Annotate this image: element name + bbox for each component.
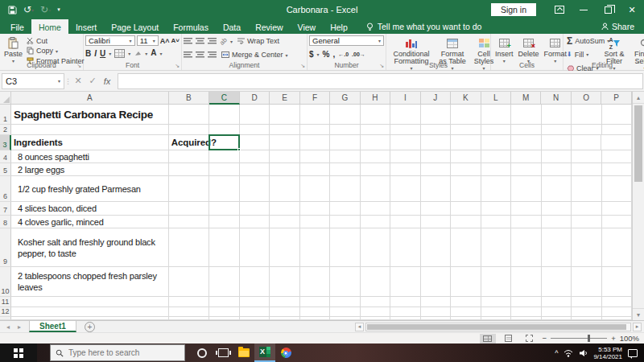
cell-E5[interactable] — [270, 163, 299, 176]
cell-E1[interactable] — [270, 105, 299, 125]
cell-N1[interactable] — [542, 105, 572, 125]
sign-in-button[interactable]: Sign in — [491, 3, 536, 16]
column-header-D[interactable]: D — [240, 92, 270, 105]
cell-K12[interactable] — [451, 307, 481, 317]
align-center-icon[interactable] — [196, 51, 204, 58]
cell-P4[interactable] — [602, 150, 632, 163]
page-break-view-button[interactable] — [522, 334, 538, 343]
cell-M8[interactable] — [511, 216, 541, 228]
underline-button[interactable]: U — [100, 49, 105, 58]
cell-D7[interactable] — [240, 202, 270, 216]
cell-N5[interactable] — [542, 163, 572, 176]
cell-C11[interactable] — [209, 297, 240, 307]
cell-P12[interactable] — [602, 307, 632, 317]
cell-N12[interactable] — [542, 307, 572, 317]
column-header-N[interactable]: N — [541, 92, 571, 105]
cell-J6[interactable] — [421, 176, 451, 202]
cell-G7[interactable] — [330, 202, 360, 216]
close-button[interactable]: ✕ — [620, 0, 644, 19]
zoom-in-icon[interactable]: + — [611, 334, 616, 343]
cell-J9[interactable] — [421, 228, 451, 267]
cell-G2[interactable] — [330, 125, 360, 135]
row-header-8[interactable]: 8 — [0, 216, 11, 228]
cell-P5[interactable] — [602, 163, 632, 176]
cell-J3[interactable] — [421, 135, 451, 150]
cell-K3[interactable] — [451, 135, 481, 150]
row-header-12[interactable]: 12 — [0, 307, 11, 317]
cell-G1[interactable] — [330, 105, 360, 125]
cell-C4[interactable] — [209, 150, 240, 163]
cell-L11[interactable] — [481, 297, 511, 307]
cell-C9[interactable] — [209, 228, 240, 267]
row-header-9[interactable]: 9 — [0, 228, 11, 267]
cell-G9[interactable] — [330, 228, 360, 267]
cell-E9[interactable] — [270, 228, 299, 267]
column-header-I[interactable]: I — [390, 92, 420, 105]
column-header-E[interactable]: E — [270, 92, 299, 105]
cell-N11[interactable] — [542, 297, 572, 307]
column-header-G[interactable]: G — [330, 92, 360, 105]
cell-M6[interactable] — [511, 176, 541, 202]
cell-C1[interactable] — [209, 105, 240, 125]
cell-F1[interactable] — [300, 105, 330, 125]
cell-I11[interactable] — [390, 297, 420, 307]
font-color-icon[interactable]: A — [151, 49, 156, 57]
tab-help[interactable]: Help — [323, 19, 355, 34]
search-input[interactable] — [68, 348, 173, 357]
italic-button[interactable]: I — [94, 49, 97, 58]
percent-format-icon[interactable]: % — [323, 50, 330, 59]
cell-K2[interactable] — [451, 125, 481, 135]
cell-F6[interactable] — [300, 176, 330, 202]
row-header-2[interactable]: 2 — [0, 125, 11, 135]
share-button[interactable]: Share — [601, 19, 644, 34]
wrap-text-button[interactable]: Wrap Text — [236, 37, 281, 46]
cell-K10[interactable] — [451, 267, 481, 297]
tab-data[interactable]: Data — [216, 19, 248, 34]
cell-N7[interactable] — [542, 202, 572, 216]
cell-K11[interactable] — [451, 297, 481, 307]
fill-color-icon[interactable] — [134, 51, 142, 56]
cell-O10[interactable] — [572, 267, 601, 297]
cell-L8[interactable] — [481, 216, 511, 228]
cell-L10[interactable] — [481, 267, 511, 297]
cell-M9[interactable] — [511, 228, 541, 267]
cell-F8[interactable] — [300, 216, 330, 228]
cell-H6[interactable] — [361, 176, 390, 202]
cell-D9[interactable] — [240, 228, 270, 267]
cell-K4[interactable] — [451, 150, 481, 163]
minimize-button[interactable] — [572, 0, 596, 19]
fill-button[interactable]: ⬇Fill▾ — [565, 50, 599, 59]
cell-A11[interactable] — [11, 297, 169, 307]
cell-D1[interactable] — [240, 105, 270, 125]
cell-B8[interactable] — [169, 216, 209, 228]
cell-O6[interactable] — [572, 176, 601, 202]
column-header-O[interactable]: O — [572, 92, 601, 105]
cell-F2[interactable] — [300, 125, 330, 135]
font-family-select[interactable]: Calibri▾ — [85, 35, 135, 46]
cell-P1[interactable] — [602, 105, 632, 125]
cell-L5[interactable] — [481, 163, 511, 176]
cell-H9[interactable] — [361, 228, 390, 267]
row-header-5[interactable]: 5 — [0, 163, 11, 176]
column-header-L[interactable]: L — [481, 92, 511, 105]
cell-O5[interactable] — [572, 163, 601, 176]
accounting-format-icon[interactable]: $ — [309, 50, 314, 59]
cell-E8[interactable] — [270, 216, 299, 228]
zoom-slider-thumb[interactable] — [588, 335, 590, 342]
cell-B10[interactable] — [169, 267, 209, 297]
cell-H10[interactable] — [361, 267, 390, 297]
cell-K8[interactable] — [451, 216, 481, 228]
scroll-right-icon[interactable]: ▸ — [633, 323, 642, 331]
column-header-H[interactable]: H — [361, 92, 390, 105]
cell-E6[interactable] — [270, 176, 299, 202]
cell-B5[interactable] — [169, 163, 209, 176]
cell-J5[interactable] — [421, 163, 451, 176]
copy-button[interactable]: Copy▾ — [25, 47, 86, 56]
name-box[interactable]: C3▾ — [2, 73, 64, 89]
cell-C8[interactable] — [209, 216, 240, 228]
cell-F5[interactable] — [300, 163, 330, 176]
cell-E10[interactable] — [270, 267, 299, 297]
cell-O11[interactable] — [572, 297, 601, 307]
cell-J2[interactable] — [421, 125, 451, 135]
tab-page-layout[interactable]: Page Layout — [104, 19, 166, 34]
